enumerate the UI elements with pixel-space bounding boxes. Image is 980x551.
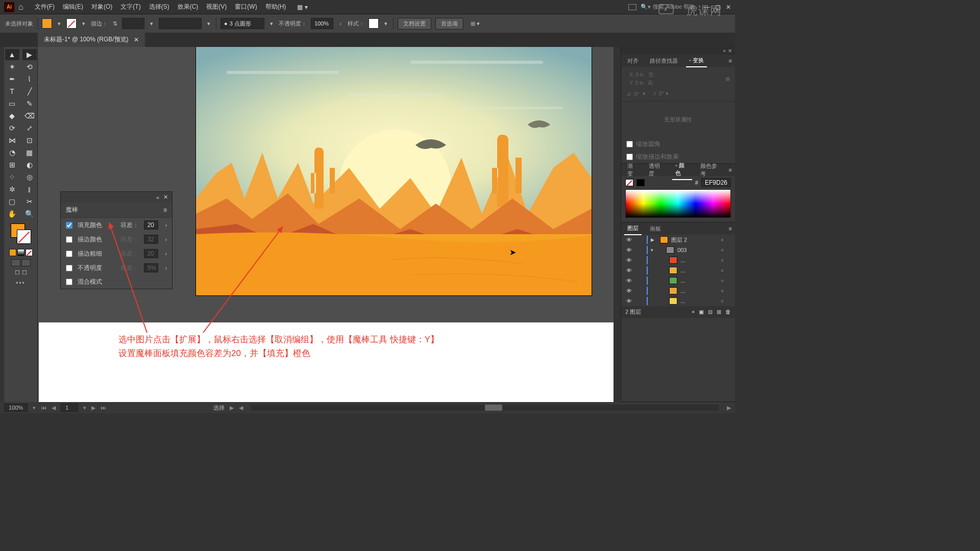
- rotate-tool[interactable]: ⟳: [5, 122, 19, 134]
- align-to-icon[interactable]: ⊞ ▾: [471, 20, 480, 27]
- hand-tool[interactable]: ✋: [5, 208, 19, 219]
- perspective-tool[interactable]: ▦: [22, 147, 37, 158]
- stroke-weight-checkbox[interactable]: [66, 251, 72, 257]
- h-scrollbar[interactable]: [251, 405, 719, 411]
- target-icon[interactable]: ○: [721, 288, 724, 293]
- pen-tool[interactable]: ✒: [5, 73, 19, 85]
- direct-selection-tool[interactable]: ▶: [22, 49, 37, 60]
- layer-row[interactable]: 👁▶图层 2○: [621, 235, 735, 245]
- toolbox-more[interactable]: •••: [16, 280, 26, 287]
- maximize-icon[interactable]: ▢: [715, 4, 721, 11]
- layer-row[interactable]: 👁▾ 003○: [621, 245, 735, 255]
- scale-corners-checkbox[interactable]: [626, 141, 633, 147]
- make-clip-icon[interactable]: ▣: [699, 309, 704, 315]
- arrange-docs-icon[interactable]: [628, 4, 636, 10]
- fill-dd[interactable]: ▾: [56, 20, 62, 27]
- collapse-icon[interactable]: «: [156, 194, 159, 201]
- delete-layer-icon[interactable]: 🗑: [725, 309, 731, 315]
- tab-pathfinder[interactable]: 路径查找器: [647, 55, 681, 67]
- gradient-tool[interactable]: ◐: [22, 159, 37, 170]
- layer-name[interactable]: 003: [677, 247, 687, 253]
- visibility-toggle[interactable]: 👁: [624, 247, 633, 253]
- workspace-switcher-icon[interactable]: ▦ ▾: [297, 4, 307, 11]
- panel-menu-icon[interactable]: ≡: [729, 58, 732, 64]
- tab-gradient[interactable]: 渐变: [624, 160, 641, 180]
- brush-def[interactable]: ● 3 点圆形: [220, 18, 264, 29]
- artboard-number[interactable]: 1: [61, 404, 78, 412]
- rectangle-tool[interactable]: ▭: [5, 98, 19, 109]
- hex-input[interactable]: EF9D26: [701, 178, 731, 187]
- layer-name[interactable]: ...: [680, 257, 685, 263]
- target-icon[interactable]: ○: [721, 268, 724, 273]
- stroke-weight-input[interactable]: [122, 18, 144, 29]
- layer-name[interactable]: ...: [680, 278, 685, 284]
- first-artboard-icon[interactable]: ⏮: [41, 405, 46, 411]
- layer-row[interactable]: 👁 ...○: [621, 265, 735, 276]
- eraser-tool[interactable]: ⌫: [22, 110, 37, 121]
- color-spectrum[interactable]: [625, 189, 731, 218]
- var-width-profile[interactable]: [159, 18, 202, 29]
- tab-color[interactable]: ◦ 颜色: [672, 160, 692, 180]
- black-swatch[interactable]: [636, 179, 645, 186]
- menu-select[interactable]: 选择(S): [145, 1, 174, 13]
- visibility-toggle[interactable]: 👁: [624, 278, 633, 284]
- last-artboard-icon[interactable]: ⏭: [101, 405, 106, 411]
- fill-stroke-proxy[interactable]: [11, 223, 31, 244]
- proxy-stroke[interactable]: [17, 230, 31, 244]
- fill-swatch[interactable]: [42, 18, 52, 29]
- slice-tool[interactable]: ✂: [22, 196, 37, 207]
- panel-close-icon[interactable]: ✕: [163, 194, 168, 201]
- graph-tool[interactable]: ⫿: [22, 184, 37, 195]
- paintbrush-tool[interactable]: ✎: [22, 98, 37, 109]
- screen-mode[interactable]: [11, 259, 31, 266]
- layer-row[interactable]: 👁 ...○: [621, 276, 735, 286]
- tab-layers[interactable]: 图层: [624, 222, 642, 235]
- new-sublayer-icon[interactable]: ⊟: [708, 309, 713, 315]
- opacity-checkbox[interactable]: [66, 265, 72, 271]
- selection-tool[interactable]: ▲: [5, 49, 19, 60]
- doc-tab-close[interactable]: ✕: [134, 36, 139, 43]
- layer-name[interactable]: ...: [680, 298, 685, 304]
- stroke-dd[interactable]: ▾: [81, 20, 87, 27]
- visibility-toggle[interactable]: 👁: [624, 288, 633, 294]
- layer-name[interactable]: ...: [680, 288, 685, 294]
- tab-transparency[interactable]: 透明度: [646, 160, 667, 180]
- line-tool[interactable]: ╱: [22, 86, 37, 97]
- fill-color-checkbox[interactable]: [66, 222, 72, 229]
- symbol-sprayer-tool[interactable]: ✲: [5, 184, 19, 195]
- menu-file[interactable]: 文件(F): [31, 1, 59, 13]
- visibility-toggle[interactable]: 👁: [624, 298, 633, 304]
- prev-artboard-icon[interactable]: ◀: [52, 405, 56, 411]
- zoom-input[interactable]: 100%: [4, 404, 28, 412]
- menu-help[interactable]: 帮助(H): [261, 1, 290, 13]
- blend-checkbox[interactable]: [66, 279, 72, 285]
- mesh-tool[interactable]: ⊞: [5, 159, 19, 170]
- disclosure-icon[interactable]: ▶: [651, 237, 657, 242]
- curvature-tool[interactable]: ⌇: [22, 73, 37, 85]
- prefs-button[interactable]: 首选项: [435, 18, 463, 30]
- workspace[interactable]: ➤ « ✕ 魔棒 ≡ 填充颜色 容差： 20 › 描边颜色 容差：: [38, 47, 614, 402]
- layer-row[interactable]: 👁 ...○: [621, 255, 735, 265]
- tab-align[interactable]: 对齐: [624, 55, 642, 67]
- blend-tool[interactable]: ◎: [22, 171, 37, 183]
- minimize-icon[interactable]: —: [704, 4, 710, 11]
- visibility-toggle[interactable]: 👁: [624, 267, 633, 273]
- opacity-input[interactable]: 100%: [311, 18, 333, 29]
- layer-row[interactable]: 👁 ...○: [621, 296, 735, 306]
- link-wh-icon[interactable]: ⟰: [725, 76, 730, 83]
- dock-collapse-icon[interactable]: «: [723, 48, 726, 54]
- magic-wand-panel[interactable]: « ✕ 魔棒 ≡ 填充颜色 容差： 20 › 描边颜色 容差： 32›: [60, 191, 173, 289]
- stroke-color-checkbox[interactable]: [66, 236, 72, 243]
- menu-type[interactable]: 文字(T): [116, 1, 144, 13]
- stroke-none-icon[interactable]: [625, 179, 633, 186]
- scale-strokes-checkbox[interactable]: [626, 154, 633, 160]
- eyedropper-tool[interactable]: ⁘: [5, 171, 19, 183]
- graphic-style-swatch[interactable]: [369, 18, 379, 29]
- collapsed-strip[interactable]: [0, 47, 4, 402]
- menu-window[interactable]: 窗口(W): [231, 1, 261, 13]
- target-icon[interactable]: ○: [721, 247, 724, 253]
- target-icon[interactable]: ○: [721, 237, 724, 242]
- tol-caret[interactable]: ›: [165, 222, 167, 228]
- locate-object-icon[interactable]: ⌖: [692, 309, 695, 315]
- doc-tab[interactable]: 未标题-1* @ 100% (RGB/预览) ✕: [38, 32, 145, 47]
